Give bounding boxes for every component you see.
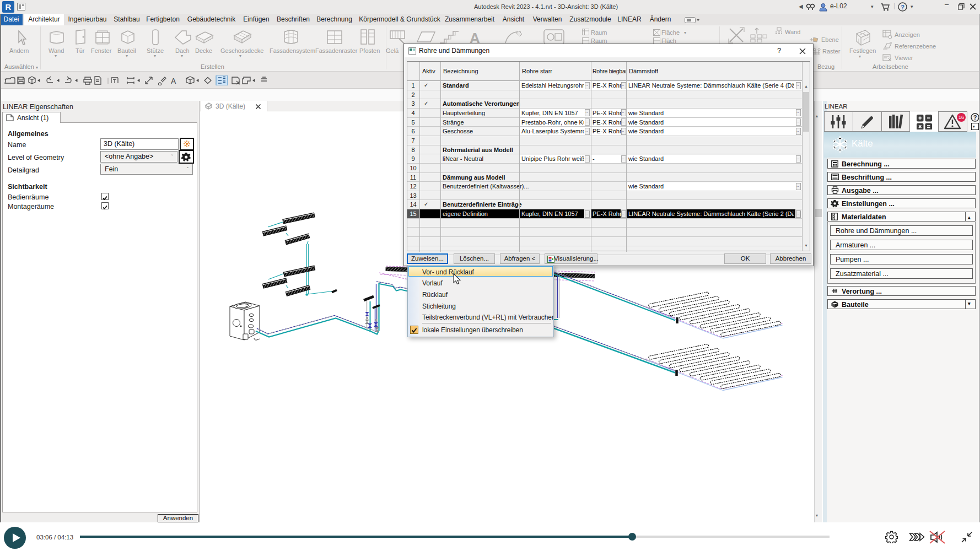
svg-text:A: A: [171, 77, 176, 85]
svg-text:?: ?: [973, 114, 977, 121]
svg-text:16: 16: [959, 115, 964, 120]
svg-text:?: ?: [901, 4, 904, 10]
